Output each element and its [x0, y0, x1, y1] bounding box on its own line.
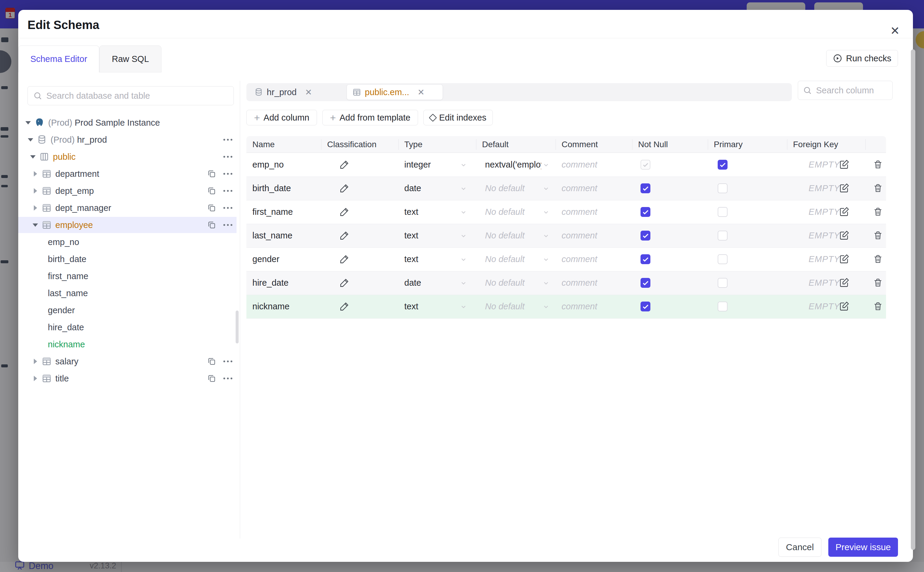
caret-right-icon[interactable]: [33, 205, 38, 211]
tree-item-instance[interactable]: (Prod) Prod Sample Instance: [18, 115, 237, 131]
cell-name[interactable]: gender: [253, 247, 318, 271]
pencil-icon[interactable]: [340, 159, 350, 169]
chevron-down-icon[interactable]: [542, 184, 550, 193]
chevron-down-icon[interactable]: [542, 232, 550, 240]
tree-item-table-department[interactable]: department: [18, 166, 237, 182]
not-null-checkbox[interactable]: [640, 207, 650, 217]
tree-item-database-hr-prod[interactable]: (Prod) hr_prod: [18, 132, 237, 148]
more-actions-icon[interactable]: [223, 207, 233, 209]
caret-right-icon[interactable]: [33, 171, 38, 177]
primary-checkbox[interactable]: [718, 160, 727, 169]
cell-comment[interactable]: comment: [561, 177, 622, 200]
cell-comment[interactable]: comment: [561, 200, 622, 224]
chevron-down-icon[interactable]: [542, 255, 550, 264]
primary-checkbox[interactable]: [718, 231, 727, 241]
column-search-input[interactable]: [815, 85, 882, 96]
trash-icon[interactable]: [873, 230, 883, 241]
close-tab-icon[interactable]: ✕: [305, 87, 312, 97]
edit-foreign-key-icon[interactable]: [839, 159, 849, 169]
close-icon[interactable]: ✕: [886, 22, 904, 40]
tree-item-table-dept-emp[interactable]: dept_emp: [18, 183, 237, 199]
add-from-template-button[interactable]: + Add from template: [322, 110, 418, 125]
edit-foreign-key-icon[interactable]: [839, 301, 849, 311]
more-actions-icon[interactable]: [223, 139, 233, 141]
more-actions-icon[interactable]: [223, 361, 233, 362]
copy-icon[interactable]: [207, 357, 216, 366]
tree-item-table-salary[interactable]: salary: [18, 353, 237, 370]
trash-icon[interactable]: [873, 207, 883, 217]
tree-item-column-birth-date[interactable]: birth_date: [18, 251, 237, 267]
cell-type[interactable]: text: [404, 224, 458, 247]
copy-icon[interactable]: [207, 374, 216, 383]
cell-comment[interactable]: comment: [561, 247, 622, 271]
pencil-icon[interactable]: [340, 207, 350, 217]
chevron-down-icon[interactable]: [459, 302, 468, 311]
trash-icon[interactable]: [873, 278, 883, 288]
cell-default[interactable]: nextval('employ: [485, 153, 541, 177]
add-column-button[interactable]: + Add column: [247, 110, 317, 125]
edit-foreign-key-icon[interactable]: [839, 278, 849, 288]
caret-right-icon[interactable]: [33, 376, 38, 381]
trash-icon[interactable]: [873, 183, 883, 193]
chevron-down-icon[interactable]: [459, 161, 468, 169]
cell-default[interactable]: No default: [485, 224, 541, 247]
panel-divider[interactable]: [240, 81, 240, 538]
cell-name[interactable]: first_name: [253, 200, 318, 224]
tree-item-column-nickname[interactable]: nickname: [18, 336, 237, 353]
tree-item-column-gender[interactable]: gender: [18, 302, 237, 318]
tree-item-column-last-name[interactable]: last_name: [18, 285, 237, 301]
not-null-checkbox[interactable]: [640, 254, 650, 264]
cell-default[interactable]: No default: [485, 247, 541, 271]
primary-checkbox[interactable]: [718, 183, 727, 193]
pencil-icon[interactable]: [340, 301, 350, 311]
copy-icon[interactable]: [207, 187, 216, 195]
tree-item-column-hire-date[interactable]: hire_date: [18, 319, 237, 335]
cell-default[interactable]: No default: [485, 271, 541, 295]
primary-checkbox[interactable]: [718, 278, 727, 288]
more-actions-icon[interactable]: [223, 190, 233, 192]
caret-down-icon[interactable]: [33, 224, 38, 227]
caret-down-icon[interactable]: [28, 138, 33, 141]
caret-down-icon[interactable]: [30, 155, 36, 159]
cell-comment[interactable]: comment: [561, 224, 622, 247]
open-tab-public-employee[interactable]: public.em... ✕: [347, 84, 443, 100]
cell-type[interactable]: date: [404, 271, 458, 295]
cell-type[interactable]: integer: [404, 153, 458, 177]
not-null-checkbox[interactable]: [640, 231, 650, 241]
edit-foreign-key-icon[interactable]: [839, 183, 849, 193]
cancel-button[interactable]: Cancel: [778, 538, 822, 557]
copy-icon[interactable]: [207, 169, 216, 178]
pencil-icon[interactable]: [340, 230, 350, 241]
chevron-down-icon[interactable]: [459, 208, 468, 216]
copy-icon[interactable]: [207, 221, 216, 230]
tree-item-table-dept-manager[interactable]: dept_manager: [18, 200, 237, 216]
more-actions-icon[interactable]: [223, 156, 233, 158]
chevron-down-icon[interactable]: [542, 279, 550, 287]
chevron-down-icon[interactable]: [542, 161, 550, 169]
edit-foreign-key-icon[interactable]: [839, 207, 849, 217]
more-actions-icon[interactable]: [223, 378, 233, 379]
caret-right-icon[interactable]: [33, 188, 38, 194]
cell-comment[interactable]: comment: [561, 153, 622, 177]
chevron-down-icon[interactable]: [542, 208, 550, 216]
preview-issue-button[interactable]: Preview issue: [828, 538, 898, 557]
page-scrollbar[interactable]: [911, 49, 915, 550]
chevron-down-icon[interactable]: [459, 184, 468, 193]
cell-comment[interactable]: comment: [561, 271, 622, 295]
database-search-input[interactable]: [46, 91, 228, 101]
cell-type[interactable]: date: [404, 177, 458, 200]
pencil-icon[interactable]: [340, 278, 350, 288]
more-actions-icon[interactable]: [223, 173, 233, 175]
cell-default[interactable]: No default: [485, 295, 541, 318]
database-search[interactable]: [28, 86, 234, 105]
tab-raw-sql[interactable]: Raw SQL: [99, 45, 161, 72]
not-null-checkbox[interactable]: [640, 183, 650, 193]
chevron-down-icon[interactable]: [459, 232, 468, 240]
copy-icon[interactable]: [207, 204, 216, 212]
tree-item-table-title[interactable]: title: [18, 370, 237, 387]
chevron-down-icon[interactable]: [459, 279, 468, 287]
cell-type[interactable]: text: [404, 200, 458, 224]
open-tab-hr-prod[interactable]: hr_prod ✕: [249, 84, 317, 100]
edit-foreign-key-icon[interactable]: [839, 230, 849, 241]
caret-down-icon[interactable]: [25, 121, 31, 124]
